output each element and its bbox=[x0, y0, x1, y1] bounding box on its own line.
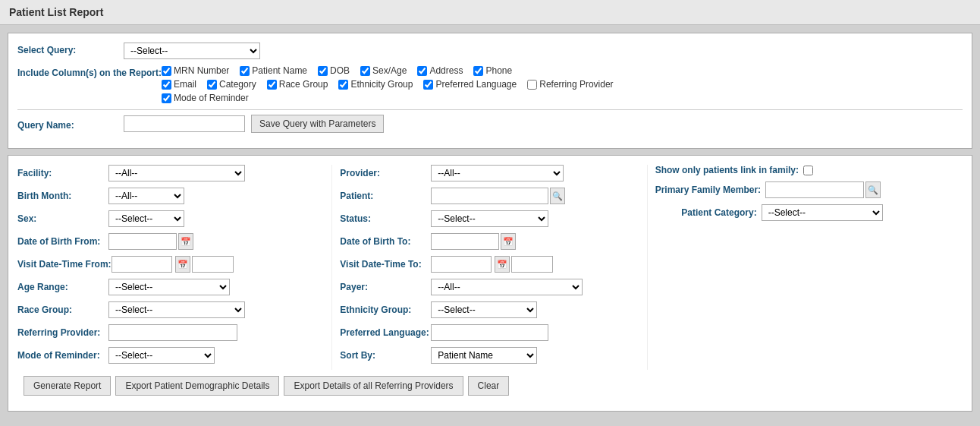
checkbox-mrn[interactable]: MRN Number bbox=[162, 65, 229, 76]
sex-dropdown[interactable]: --Select-- bbox=[108, 210, 184, 227]
status-label: Status: bbox=[340, 213, 431, 224]
checkbox-address[interactable]: Address bbox=[417, 65, 463, 76]
dob-to-label: Date of Birth To: bbox=[340, 236, 431, 247]
provider-label: Provider: bbox=[340, 168, 431, 178]
provider-dropdown[interactable]: --All-- bbox=[431, 165, 564, 181]
dob-to-input[interactable] bbox=[431, 233, 499, 250]
checkbox-preferred-language[interactable]: Preferred Language bbox=[423, 79, 517, 90]
visit-date-from-input[interactable] bbox=[112, 256, 172, 273]
sort-by-label: Sort By: bbox=[340, 350, 431, 361]
primary-family-member-search-icon[interactable]: 🔍 bbox=[865, 181, 881, 198]
mode-of-reminder-label: Mode of Reminder: bbox=[17, 350, 108, 361]
referring-provider-label: Referring Provider: bbox=[17, 327, 108, 338]
query-name-label: Query Name: bbox=[17, 118, 124, 131]
checkbox-phone[interactable]: Phone bbox=[473, 65, 512, 76]
visit-date-to-input[interactable] bbox=[431, 256, 492, 273]
ethnicity-group-label: Ethnicity Group: bbox=[340, 305, 431, 315]
visit-date-to-calendar-icon[interactable]: 📅 bbox=[495, 256, 510, 273]
primary-family-member-label: Primary Family Member: bbox=[655, 185, 765, 195]
checkbox-mode-of-reminder[interactable]: Mode of Reminder bbox=[162, 93, 249, 103]
include-columns-label: Include Column(s) on the Report: bbox=[17, 65, 162, 78]
checkbox-patient-name[interactable]: Patient Name bbox=[240, 65, 307, 76]
show-patients-family-checkbox[interactable] bbox=[803, 166, 813, 175]
visit-time-from-input[interactable] bbox=[192, 256, 234, 273]
checkbox-sex-age[interactable]: Sex/Age bbox=[360, 65, 407, 76]
preferred-language-label: Preferred Language: bbox=[340, 327, 431, 338]
patient-category-label: Patient Category: bbox=[655, 207, 762, 218]
facility-dropdown[interactable]: --All-- bbox=[108, 165, 245, 181]
patient-input[interactable] bbox=[431, 188, 548, 204]
checkbox-email[interactable]: Email bbox=[162, 79, 196, 90]
visit-time-to-input[interactable] bbox=[511, 256, 553, 273]
checkbox-ethnicity-group[interactable]: Ethnicity Group bbox=[338, 79, 413, 90]
generate-report-button[interactable]: Generate Report bbox=[24, 376, 111, 396]
checkbox-category[interactable]: Category bbox=[207, 79, 256, 90]
export-patient-demographic-button[interactable]: Export Patient Demographic Details bbox=[115, 376, 279, 396]
checkbox-referring-provider[interactable]: Referring Provider bbox=[527, 79, 613, 90]
page-title: Patient List Report bbox=[0, 0, 980, 25]
status-dropdown[interactable]: --Select-- bbox=[431, 210, 548, 227]
save-query-button[interactable]: Save Query with Parameters bbox=[251, 115, 384, 133]
select-query-dropdown[interactable]: --Select-- bbox=[124, 43, 260, 59]
visit-date-from-calendar-icon[interactable]: 📅 bbox=[175, 256, 190, 273]
export-referring-providers-button[interactable]: Export Details of all Referring Provider… bbox=[284, 376, 463, 396]
payer-dropdown[interactable]: --All-- bbox=[431, 279, 583, 295]
race-group-label: Race Group: bbox=[17, 305, 108, 315]
patient-category-dropdown[interactable]: --Select-- bbox=[762, 204, 883, 221]
sex-label: Sex: bbox=[17, 213, 108, 224]
dob-to-calendar-icon[interactable]: 📅 bbox=[501, 233, 516, 250]
checkbox-race-group[interactable]: Race Group bbox=[267, 79, 328, 90]
patient-search-icon[interactable]: 🔍 bbox=[550, 188, 565, 204]
birth-month-label: Birth Month: bbox=[17, 191, 108, 201]
race-group-dropdown[interactable]: --Select-- bbox=[108, 301, 245, 318]
preferred-language-input[interactable] bbox=[431, 324, 548, 341]
dob-from-calendar-icon[interactable]: 📅 bbox=[178, 233, 193, 250]
patient-label: Patient: bbox=[340, 191, 431, 201]
visit-datetime-to-label: Visit Date-Time To: bbox=[340, 259, 431, 270]
dob-from-input[interactable] bbox=[108, 233, 177, 250]
visit-datetime-from-label: Visit Date-Time From: bbox=[17, 259, 112, 270]
query-name-input[interactable] bbox=[124, 115, 245, 132]
primary-family-member-input[interactable] bbox=[765, 181, 864, 198]
ethnicity-group-dropdown[interactable]: --Select-- bbox=[431, 301, 537, 318]
checkbox-dob[interactable]: DOB bbox=[318, 65, 350, 76]
show-patients-family-label: Show only patients link in family: bbox=[655, 165, 799, 175]
birth-month-dropdown[interactable]: --All-- bbox=[108, 188, 184, 204]
age-range-dropdown[interactable]: --Select-- bbox=[108, 279, 230, 295]
mode-of-reminder-dropdown[interactable]: --Select-- bbox=[108, 347, 215, 364]
dob-from-label: Date of Birth From: bbox=[17, 236, 108, 247]
payer-label: Payer: bbox=[340, 282, 431, 292]
clear-button[interactable]: Clear bbox=[468, 376, 510, 396]
referring-provider-input[interactable] bbox=[108, 324, 237, 341]
select-query-label: Select Query: bbox=[17, 43, 124, 55]
sort-by-dropdown[interactable]: Patient Name bbox=[431, 347, 537, 364]
age-range-label: Age Range: bbox=[17, 282, 108, 292]
facility-label: Facility: bbox=[17, 168, 108, 178]
